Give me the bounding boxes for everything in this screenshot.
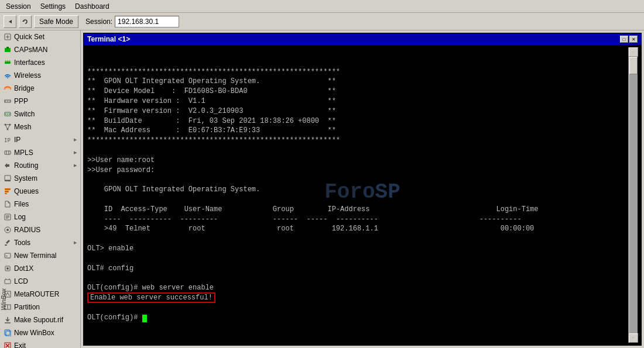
sidebar-item-log[interactable]: Log [0, 211, 80, 223]
main-layout: Quick Set CAPsMAN Interfaces Wireless Br [0, 30, 644, 348]
session-input[interactable] [115, 16, 179, 27]
sidebar-item-routing-label: Routing [14, 161, 38, 170]
terminal-body[interactable]: ForoSP *********************************… [84, 45, 641, 345]
content-area: Terminal <1> □ ✕ ForoSP ****************… [81, 30, 644, 348]
sidebar-item-switch-label: Switch [14, 110, 35, 118]
safe-mode-button[interactable]: Safe Mode [34, 15, 78, 28]
svg-rect-50 [5, 330, 10, 335]
new-terminal-icon: >_ [4, 251, 12, 260]
radius-icon [4, 226, 12, 234]
sidebar-item-dot1x[interactable]: Dot1X [0, 262, 80, 275]
menu-session[interactable]: Session [2, 2, 35, 11]
sidebar-item-capsman[interactable]: CAPsMAN [0, 43, 80, 56]
sidebar-item-mpls-label: MPLS [14, 149, 33, 157]
svg-point-15 [7, 113, 8, 115]
sidebar-item-new-terminal[interactable]: >_ New Terminal [0, 249, 80, 262]
winbox-vertical-label: WinBox [0, 286, 7, 313]
wireless-icon [4, 71, 12, 80]
sidebar-item-exit-label: Exit [14, 342, 26, 348]
sidebar-item-bridge[interactable]: Bridge [0, 82, 80, 95]
sidebar-item-ip-label: IP [14, 136, 20, 144]
svg-rect-30 [5, 191, 9, 192]
terminal-title: Terminal <1> [87, 35, 130, 43]
sidebar-item-files[interactable]: Files [0, 198, 80, 211]
refresh-button[interactable] [19, 15, 32, 28]
sidebar-item-new-winbox-label: New WinBox [14, 329, 54, 337]
menu-bar: Session Settings Dashboard [0, 0, 644, 13]
sidebar-item-switch[interactable]: Switch [0, 108, 80, 120]
sidebar-item-quick-set[interactable]: Quick Set [0, 30, 80, 43]
sidebar-item-quick-set-label: Quick Set [14, 33, 44, 41]
sidebar-item-system-label: System [14, 174, 37, 182]
sidebar-item-partition[interactable]: Partition [0, 301, 80, 313]
sidebar-item-mesh[interactable]: Mesh [0, 120, 80, 133]
dot1x-icon [4, 264, 12, 273]
new-winbox-icon [4, 329, 12, 337]
sidebar-item-tools[interactable]: Tools [0, 236, 80, 249]
svg-rect-3 [5, 48, 11, 52]
sidebar-item-make-supout[interactable]: Make Supout.rif [0, 313, 80, 326]
scrollbar-up-button[interactable]: ▲ [629, 47, 638, 57]
sidebar-item-interfaces-label: Interfaces [14, 58, 45, 67]
make-supout-icon [4, 316, 12, 324]
sidebar: Quick Set CAPsMAN Interfaces Wireless Br [0, 30, 81, 348]
svg-line-21 [5, 125, 8, 129]
tools-icon [4, 239, 12, 247]
sidebar-item-wireless-label: Wireless [14, 71, 41, 80]
menu-dashboard[interactable]: Dashboard [71, 2, 113, 11]
routing-icon [4, 161, 12, 170]
menu-settings[interactable]: Settings [37, 2, 69, 11]
sidebar-item-tools-label: Tools [14, 239, 30, 247]
sidebar-item-routing[interactable]: Routing [0, 159, 80, 172]
sidebar-item-lcd-label: LCD [14, 277, 28, 285]
sidebar-item-ip[interactable]: IP IP [0, 133, 80, 146]
sidebar-item-wireless[interactable]: Wireless [0, 69, 80, 82]
sidebar-item-interfaces[interactable]: Interfaces [0, 56, 80, 69]
scrollbar-track[interactable] [629, 57, 638, 333]
sidebar-item-ppp[interactable]: PPP [0, 95, 80, 108]
scrollbar-down-button[interactable]: ▼ [629, 333, 638, 343]
sidebar-item-bridge-label: Bridge [14, 84, 35, 92]
interfaces-icon [4, 58, 12, 67]
svg-marker-0 [9, 20, 12, 23]
sidebar-item-ppp-label: PPP [14, 97, 28, 105]
sidebar-item-new-winbox[interactable]: New WinBox [0, 326, 80, 339]
svg-rect-27 [5, 175, 11, 180]
svg-point-9 [7, 77, 8, 78]
lcd-icon [4, 277, 12, 285]
system-icon [4, 174, 12, 182]
back-button[interactable] [4, 15, 16, 28]
terminal-restore-button[interactable]: □ [620, 36, 628, 43]
sidebar-item-mpls[interactable]: MPLS [0, 146, 80, 159]
queues-icon [4, 187, 12, 195]
scrollbar-thumb[interactable] [629, 57, 638, 74]
svg-point-16 [9, 113, 10, 115]
sidebar-item-queues[interactable]: Queues [0, 185, 80, 198]
terminal-close-button[interactable]: ✕ [629, 36, 638, 43]
sidebar-item-system[interactable]: System [0, 172, 80, 185]
terminal-titlebar: Terminal <1> □ ✕ [84, 33, 641, 45]
sidebar-item-files-label: Files [14, 200, 29, 208]
sidebar-item-exit[interactable]: Exit [0, 339, 80, 348]
svg-rect-5 [5, 61, 11, 64]
switch-icon [4, 110, 12, 118]
sidebar-item-dot1x-label: Dot1X [14, 264, 33, 273]
terminal-scrollbar: ▲ ▼ [628, 47, 638, 343]
capsman-icon [4, 46, 12, 54]
mesh-icon [4, 123, 12, 131]
toolbar: Safe Mode Session: [0, 13, 644, 30]
session-label: Session: [85, 18, 112, 26]
sidebar-item-log-label: Log [14, 213, 26, 221]
sidebar-item-queues-label: Queues [14, 187, 39, 195]
svg-point-42 [6, 267, 9, 270]
quickset-icon [4, 33, 12, 41]
svg-rect-24 [5, 151, 11, 154]
sidebar-item-radius[interactable]: RADIUS [0, 223, 80, 236]
terminal-controls: □ ✕ [620, 36, 638, 43]
svg-rect-43 [5, 280, 11, 284]
terminal-window: Terminal <1> □ ✕ ForoSP ****************… [83, 33, 642, 346]
sidebar-item-capsman-label: CAPsMAN [14, 46, 47, 54]
sidebar-item-lcd[interactable]: LCD [0, 275, 80, 288]
sidebar-item-metarouter[interactable]: MetaROUTER [0, 288, 80, 301]
mpls-icon [4, 149, 12, 157]
